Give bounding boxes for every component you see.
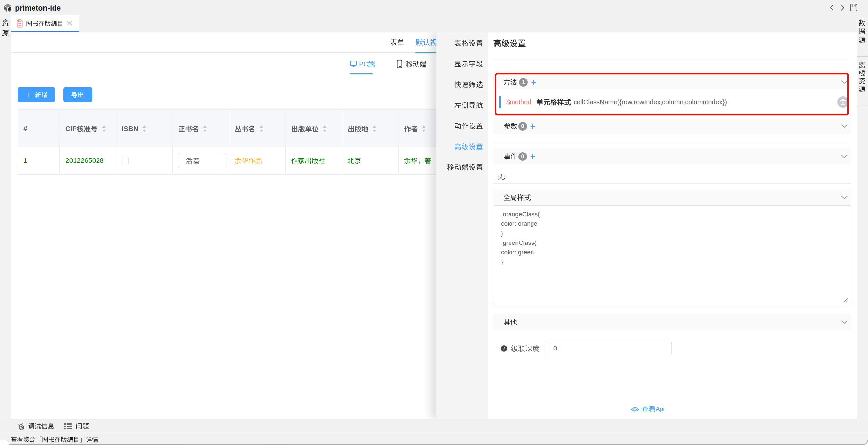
svg-text:i: i [503, 346, 504, 351]
